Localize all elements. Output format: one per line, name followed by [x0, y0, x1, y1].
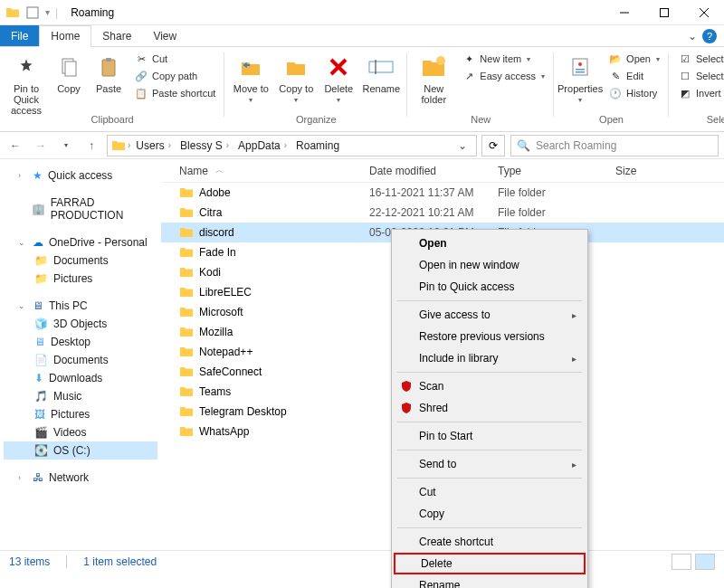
rename-button[interactable]: Rename [360, 51, 402, 94]
copy-button[interactable]: Copy [51, 51, 87, 94]
network-icon: 🖧 [33, 471, 43, 484]
ctx-include-library[interactable]: Include in library▸ [394, 347, 586, 369]
ctx-shred[interactable]: Shred [394, 397, 586, 419]
refresh-button[interactable]: ⟳ [481, 135, 505, 156]
ribbon-expand-icon[interactable]: ⌄ [688, 30, 697, 43]
move-to-button[interactable]: Move to▾ [230, 51, 272, 104]
mcafee-icon [399, 401, 414, 415]
view-large-button[interactable] [695, 554, 715, 570]
ribbon: Pin to Quick access Copy Paste ✂Cut 🔗Cop… [0, 47, 724, 132]
close-button[interactable] [684, 0, 724, 25]
copy-path-button[interactable]: 🔗Copy path [130, 68, 219, 84]
ctx-send-to[interactable]: Send to▸ [394, 453, 586, 475]
open-button[interactable]: 📂Open▾ [605, 51, 663, 67]
ctx-open-new-window[interactable]: Open in new window [394, 254, 586, 276]
crumb[interactable]: Roaming [292, 139, 343, 152]
column-headers[interactable]: Name︿ Date modified Type Size [161, 159, 724, 183]
sidebar-network[interactable]: ›🖧Network [4, 469, 157, 487]
sidebar-item[interactable]: 🎬Videos [4, 423, 157, 441]
qat-dropdown[interactable]: ▾ [45, 7, 50, 17]
sidebar-this-pc[interactable]: ⌄🖥This PC [4, 297, 157, 315]
search-input[interactable]: 🔍Search Roaming [510, 135, 719, 156]
ctx-cut[interactable]: Cut [394, 481, 586, 503]
minimize-button[interactable] [605, 0, 644, 25]
svg-rect-17 [576, 71, 585, 73]
desktop-icon: 🖥 [34, 336, 45, 348]
sidebar-item[interactable]: 📁Documents [4, 251, 157, 270]
select-none-icon: ☐ [678, 69, 692, 83]
easy-access-icon: ↗ [462, 69, 476, 83]
edit-icon: ✎ [608, 69, 623, 83]
address-dropdown[interactable]: ⌄ [452, 139, 472, 152]
sidebar-item[interactable]: 📄Documents [4, 351, 157, 369]
ctx-open[interactable]: Open [394, 232, 586, 254]
help-icon[interactable]: ? [702, 29, 717, 43]
sidebar-item[interactable]: 🖼Pictures [4, 405, 157, 423]
maximize-button[interactable] [644, 0, 684, 25]
cut-button[interactable]: ✂Cut [130, 51, 219, 67]
select-all-button[interactable]: ☑Select all [674, 51, 724, 67]
ctx-delete[interactable]: Delete [394, 553, 586, 574]
sidebar-item[interactable]: ⬇Downloads [4, 369, 157, 387]
forward-button[interactable]: → [31, 136, 51, 156]
ctx-restore-versions[interactable]: Restore previous versions [394, 326, 586, 347]
recent-locations[interactable]: ▾ [56, 136, 76, 156]
crumb[interactable]: AppData› [234, 139, 291, 152]
sidebar-onedrive[interactable]: ⌄☁OneDrive - Personal [4, 233, 157, 251]
sidebar-item-os-c[interactable]: 💽OS (C:) [4, 441, 157, 460]
shortcut-icon: 📋 [134, 86, 148, 100]
edit-button[interactable]: ✎Edit [605, 68, 663, 84]
paste-shortcut-button[interactable]: 📋Paste shortcut [130, 85, 219, 101]
ctx-create-shortcut[interactable]: Create shortcut [394, 531, 586, 553]
up-button[interactable]: ↑ [81, 136, 101, 156]
cloud-icon: ☁ [33, 236, 43, 249]
qat-save-icon[interactable] [25, 5, 40, 20]
svg-rect-11 [369, 62, 393, 72]
back-button[interactable]: ← [5, 136, 25, 156]
folder-icon [179, 384, 194, 399]
delete-button[interactable]: Delete▾ [320, 51, 357, 104]
ctx-scan[interactable]: Scan [394, 375, 586, 397]
sidebar-farrad[interactable]: 🏢FARRAD PRODUCTION [4, 194, 157, 224]
navigation-pane: ›★Quick access 🏢FARRAD PRODUCTION ⌄☁OneD… [0, 159, 161, 550]
select-all-icon: ☑ [678, 52, 692, 66]
folder-icon [179, 285, 194, 299]
pin-quick-access-button[interactable]: Pin to Quick access [5, 51, 47, 116]
easy-access-button[interactable]: ↗Easy access▾ [458, 68, 548, 84]
tab-home[interactable]: Home [39, 25, 91, 47]
table-row[interactable]: Citra22-12-2021 10:21 AMFile folder [161, 203, 724, 223]
crumb[interactable]: Blessy S› [176, 139, 233, 152]
ctx-pin-start[interactable]: Pin to Start [394, 425, 586, 447]
ctx-rename[interactable]: Rename [394, 574, 586, 588]
copy-to-button[interactable]: Copy to▾ [275, 51, 317, 104]
crumb[interactable]: Users› [132, 139, 175, 152]
tab-share[interactable]: Share [91, 25, 142, 46]
new-item-button[interactable]: ✦New item▾ [458, 51, 548, 67]
table-row[interactable]: Adobe16-11-2021 11:37 AMFile folder [161, 183, 724, 203]
sidebar-quick-access[interactable]: ›★Quick access [4, 166, 157, 185]
tab-file[interactable]: File [0, 25, 39, 46]
sidebar-item[interactable]: 📁Pictures [4, 270, 157, 288]
folder-icon [179, 404, 194, 419]
folder-icon [179, 245, 194, 260]
tab-view[interactable]: View [142, 25, 187, 46]
context-menu: Open Open in new window Pin to Quick acc… [391, 229, 588, 588]
breadcrumb-box[interactable]: › Users› Blessy S› AppData› Roaming ⌄ [107, 135, 477, 156]
paste-button[interactable]: Paste [90, 51, 127, 94]
ctx-give-access[interactable]: Give access to▸ [394, 304, 586, 326]
sidebar-item[interactable]: 🧊3D Objects [4, 315, 157, 333]
invert-selection-button[interactable]: ◩Invert selection [674, 85, 724, 101]
history-button[interactable]: 🕐History [605, 85, 663, 101]
new-folder-button[interactable]: New folder [413, 51, 454, 105]
music-icon: 🎵 [34, 390, 48, 403]
sidebar-item[interactable]: 🎵Music [4, 387, 157, 405]
sidebar-item[interactable]: 🖥Desktop [4, 333, 157, 351]
svg-rect-16 [576, 69, 585, 71]
svg-point-15 [578, 62, 582, 66]
view-details-button[interactable] [672, 554, 691, 570]
folder-icon [179, 265, 194, 280]
properties-button[interactable]: Properties▾ [559, 51, 601, 104]
ctx-copy[interactable]: Copy [394, 503, 586, 525]
ctx-pin-quick-access[interactable]: Pin to Quick access [394, 276, 586, 298]
select-none-button[interactable]: ☐Select none [674, 68, 724, 84]
